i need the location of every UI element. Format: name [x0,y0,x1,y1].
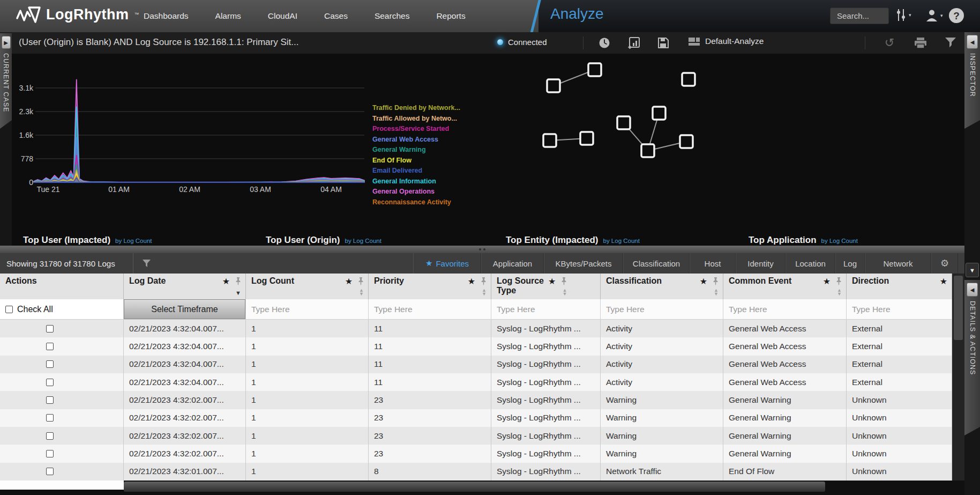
column-header-log-count[interactable]: Log Count★▲▼ [246,274,369,299]
widget-metric-link[interactable]: by Log Count [603,238,640,244]
nav-item-cloudai[interactable]: CloudAI [268,11,297,21]
search-button[interactable]: Search... [830,8,889,24]
add-widget-icon[interactable] [627,36,640,49]
star-icon[interactable]: ★ [548,276,556,286]
legend-item-general-warning[interactable]: General Warning [372,145,460,156]
column-header-actions[interactable]: Actions [0,274,124,299]
star-icon[interactable]: ★ [700,276,707,286]
pin-icon[interactable] [235,277,241,285]
row-checkbox[interactable] [46,360,54,368]
filter-cell-log-date[interactable]: Select Timeframe [124,299,246,319]
select-timeframe-button[interactable]: Select Timeframe [124,299,245,319]
graph-node-3[interactable] [617,116,630,129]
column-header-priority[interactable]: Priority★▲▼ [369,274,491,299]
graph-node-4[interactable] [653,107,665,120]
table-row-4[interactable]: 02/21/2023 4:32:02.007...123Syslog - Log… [0,391,952,409]
star-icon[interactable]: ★ [222,276,230,286]
vertical-scrollbar[interactable] [952,274,964,481]
table-row-6[interactable]: 02/21/2023 4:32:02.007...123Syslog - Log… [0,427,952,445]
sort-arrows-icon[interactable]: ▲▼ [359,289,364,296]
save-icon[interactable] [657,36,670,49]
legend-item-email-delivered[interactable]: Email Delivered [372,166,460,176]
legend-item-process-service-started[interactable]: Process/Service Started [372,124,460,135]
query-title[interactable]: (User (Origin) is Blank) AND Log Source … [19,37,298,48]
table-row-0[interactable]: 02/21/2023 4:32:04.007...111Syslog - Log… [0,320,952,337]
graph-node-6[interactable] [580,132,593,145]
nav-item-dashboards[interactable]: Dashboards [144,11,189,21]
filter-input-log-source-type[interactable]: Type Here [491,299,601,319]
tab-favorites[interactable]: ★Favorites [413,253,481,274]
row-checkbox[interactable] [46,432,54,440]
table-row-1[interactable]: 02/21/2023 4:32:04.007...111Syslog - Log… [0,337,952,355]
graph-node-5[interactable] [543,134,556,147]
row-checkbox[interactable] [46,468,54,475]
tab-kbytes-packets[interactable]: KBytes/Packets [544,253,623,274]
user-menu-icon[interactable]: ▾ [925,9,943,22]
tab-identity[interactable]: Identity [736,253,786,274]
graph-node-1[interactable] [588,63,601,76]
column-header-log-date[interactable]: Log Date★▼ [124,274,246,299]
tab-classification[interactable]: Classification [623,253,690,274]
table-row-8[interactable]: 02/21/2023 4:32:01.007...18Syslog - LogR… [0,463,952,481]
filter-input-common-event[interactable]: Type Here [723,299,847,319]
column-header-direction[interactable]: Direction★ [847,274,952,299]
filter-input-direction[interactable]: Type Here [847,299,952,319]
table-row-2[interactable]: 02/21/2023 4:32:04.007...111Syslog - Log… [0,356,952,373]
current-case-tab[interactable]: ▶ CURRENT CASE [0,33,12,129]
star-icon[interactable]: ★ [345,276,353,286]
graph-node-2[interactable] [682,73,695,86]
collapse-left-icon[interactable]: ◀ [967,283,978,297]
sort-arrows-icon[interactable]: ▲▼ [562,289,567,296]
filter-icon[interactable] [944,36,957,49]
legend-item-traffic-denied-by-network[interactable]: Traffic Denied by Network... [372,103,460,114]
gear-icon[interactable]: ⚙ [931,253,958,274]
legend-item-general-operations[interactable]: General Operations [372,187,460,197]
tab-host[interactable]: Host [690,253,736,274]
filter-input-log-count[interactable]: Type Here [246,299,369,319]
sort-arrows-icon[interactable]: ▲▼ [482,289,487,296]
horizontal-scrollbar-thumb[interactable] [124,482,825,492]
time-range-icon[interactable] [598,36,611,49]
legend-item-traffic-allowed-by-netwo[interactable]: Traffic Allowed by Netwo... [372,114,460,124]
table-row-3[interactable]: 02/21/2023 4:32:04.007...111Syslog - Log… [0,373,952,391]
tab-analyze[interactable]: Analyze [550,5,604,23]
panel-splitter-handle[interactable] [0,246,964,253]
horizontal-scrollbar[interactable] [0,481,964,495]
row-checkbox[interactable] [46,396,54,404]
filter-input-classification[interactable]: Type Here [601,299,723,319]
tab-application[interactable]: Application [481,253,544,274]
check-all-checkbox[interactable] [5,306,13,313]
graph-node-8[interactable] [680,135,693,148]
row-checkbox[interactable] [46,325,54,333]
legend-item-general-information[interactable]: General Information [372,176,460,187]
nav-item-alarms[interactable]: Alarms [215,11,241,21]
sort-desc-icon[interactable]: ▼ [235,290,241,296]
graph-node-7[interactable] [641,144,654,157]
vertical-scrollbar-thumb[interactable] [954,276,963,340]
sort-arrows-icon[interactable]: ▲▼ [714,289,719,296]
tab-log[interactable]: Log [835,253,865,274]
help-icon[interactable]: ? [948,8,964,24]
pin-icon[interactable] [358,277,364,285]
widget-metric-link[interactable]: by Log Count [115,238,152,244]
legend-item-reconnaissance-activity[interactable]: Reconnaissance Activity [372,197,460,208]
tab-location[interactable]: Location [786,253,835,274]
column-header-classification[interactable]: Classification★▲▼ [601,274,723,299]
print-icon[interactable] [914,36,927,49]
filter-input-priority[interactable]: Type Here [369,299,491,319]
filter-cell-actions[interactable]: Check All [0,299,124,319]
graph-node-0[interactable] [547,79,560,92]
pin-icon[interactable] [561,277,567,285]
legend-item-end-of-flow[interactable]: End Of Flow [372,156,460,166]
logrhythm-logo[interactable]: LogRhythm™ [16,5,139,24]
star-icon[interactable]: ★ [940,276,947,286]
row-checkbox[interactable] [46,343,54,350]
row-checkbox[interactable] [46,450,54,457]
pin-icon[interactable] [481,277,487,285]
inspector-tab[interactable]: ◀ INSPECTOR [964,32,980,129]
collapse-left-icon[interactable]: ◀ [967,35,978,49]
logs-filter-icon[interactable] [142,253,151,274]
nav-item-reports[interactable]: Reports [436,11,465,21]
legend-item-general-web-access[interactable]: General Web Access [372,135,460,145]
star-icon[interactable]: ★ [468,276,475,286]
